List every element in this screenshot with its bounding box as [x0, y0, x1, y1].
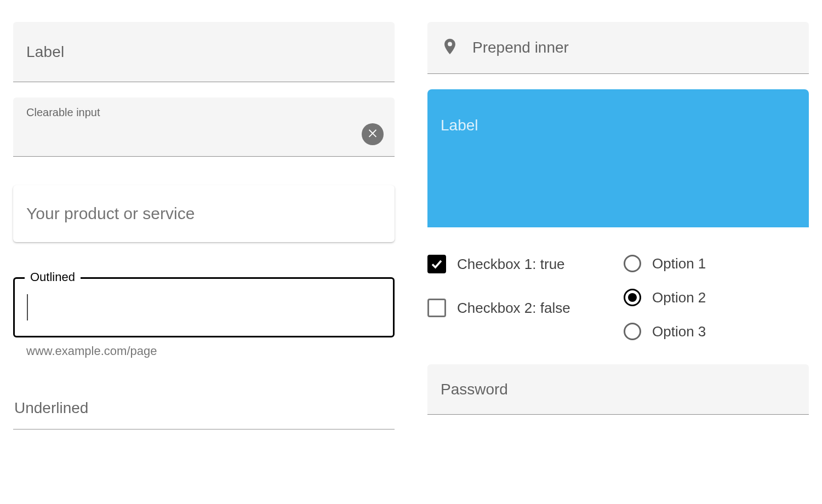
checkbox-checked-icon [427, 255, 446, 273]
checkbox-group: Checkbox 1: true Checkbox 2: false [427, 255, 613, 340]
text-field-clearable[interactable]: Clearable input [13, 98, 395, 157]
radio-option-2-label: Option 2 [652, 289, 706, 306]
checkbox-1[interactable]: Checkbox 1: true [427, 255, 613, 273]
prepend-field-label: Prepend inner [472, 39, 569, 56]
radio-option-3-label: Option 3 [652, 323, 706, 340]
radio-unchecked-icon [624, 323, 641, 340]
radio-option-2[interactable]: Option 2 [624, 289, 809, 306]
text-caret [27, 294, 28, 320]
outlined-field-label: Outlined [25, 270, 81, 284]
text-field-underlined[interactable]: Underlined [13, 387, 395, 429]
text-field-filled-blue[interactable]: Label [427, 89, 809, 227]
clear-button[interactable] [362, 123, 384, 145]
left-column: Label Clearable input Your product or se… [13, 22, 395, 429]
checkbox-2[interactable]: Checkbox 2: false [427, 299, 613, 317]
text-field-password[interactable]: Password [427, 364, 809, 415]
clearable-field-label: Clearable input [26, 106, 100, 119]
checkbox-2-label: Checkbox 2: false [457, 300, 570, 317]
text-field-solo[interactable]: Your product or service [13, 185, 395, 242]
map-pin-icon [441, 36, 459, 60]
checkbox-1-label: Checkbox 1: true [457, 256, 565, 273]
checkbox-unchecked-icon [427, 299, 446, 317]
solo-field-label: Your product or service [26, 204, 195, 223]
radio-checked-icon [624, 289, 641, 306]
outlined-field-hint: www.example.com/page [13, 337, 395, 358]
controls-row: Checkbox 1: true Checkbox 2: false Optio… [427, 255, 809, 340]
text-field-outlined-wrap: Outlined www.example.com/page [13, 277, 395, 358]
radio-unchecked-icon [624, 255, 641, 272]
right-column: Prepend inner Label Checkbox 1: true Che… [427, 22, 809, 429]
radio-group: Option 1 Option 2 Option 3 [624, 255, 809, 340]
text-field-outlined[interactable]: Outlined [13, 277, 395, 337]
blue-field-label: Label [441, 117, 478, 134]
text-field-prepend-inner[interactable]: Prepend inner [427, 22, 809, 74]
underlined-field-label: Underlined [14, 399, 88, 417]
password-field-label: Password [441, 381, 508, 398]
text-field-label-text: Label [26, 43, 65, 61]
text-field-label[interactable]: Label [13, 22, 395, 82]
radio-option-3[interactable]: Option 3 [624, 323, 809, 340]
radio-option-1[interactable]: Option 1 [624, 255, 809, 272]
radio-option-1-label: Option 1 [652, 255, 706, 272]
close-icon [367, 127, 379, 141]
